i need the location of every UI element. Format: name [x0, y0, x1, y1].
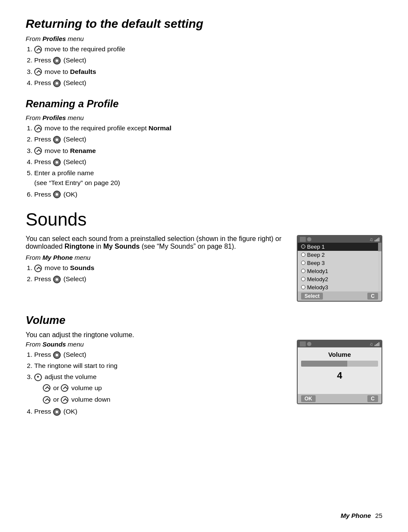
select-icon-7	[53, 351, 61, 359]
sounds-step-2: Press (Select)	[34, 274, 284, 284]
select-icon-2	[53, 79, 61, 87]
renaming-step-6: Press (OK)	[34, 189, 382, 199]
volume-screen-label: Volume	[301, 351, 378, 358]
sounds-phone-image: ♫ Beep 1	[297, 235, 382, 302]
volume-phone-screen: ♫ Volume 4	[297, 340, 382, 404]
volume-step-1: Press (Select)	[34, 350, 284, 359]
volume-desc: You can adjust the ringtone volume.	[26, 331, 284, 339]
returning-step-3: move to Defaults	[34, 67, 382, 76]
phone-item-melody2: Melody2	[298, 275, 378, 283]
select-icon-3	[53, 136, 61, 144]
volume-step-4: Press (OK)	[34, 406, 284, 416]
select-icon-1	[53, 57, 61, 65]
volume-phone-image: ♫ Volume 4	[297, 331, 382, 404]
returning-step-4: Press (Select)	[34, 78, 382, 88]
nav-icon-1	[34, 46, 42, 53]
nav-icon-up2	[61, 384, 68, 392]
phone-content-wrapper: Beep 1 Beep 2 Beep 3 Melody1	[298, 243, 381, 291]
returning-section: Returning to the default setting From Pr…	[26, 17, 382, 88]
vol-signal-icon	[375, 342, 379, 346]
music-icon: ♫	[370, 237, 373, 242]
vol-c-button[interactable]: C	[367, 395, 378, 402]
select-icon-5	[53, 191, 61, 198]
volume-bar-fill	[301, 361, 347, 367]
volume-number: 4	[301, 370, 378, 381]
volume-phone-footer: OK C	[298, 394, 381, 403]
renaming-step-4: Press (Select)	[34, 157, 382, 167]
phone-item-melody1: Melody1	[298, 267, 378, 275]
volume-phone-content: Volume 4	[298, 347, 381, 394]
returning-steps: move to the required profile Press (Sele…	[34, 44, 382, 88]
select-icon-6	[53, 276, 61, 283]
sounds-steps: move to Sounds Press (Select)	[34, 263, 284, 284]
volume-phone-header: ♫	[298, 341, 381, 347]
radio-melody1	[301, 269, 305, 273]
select-icon-4	[53, 159, 61, 166]
signal-icon	[375, 237, 379, 241]
returning-from-line: From Profiles menu	[26, 35, 382, 42]
header-icons: ♫	[370, 237, 379, 242]
radio-beep1	[301, 244, 305, 249]
volume-from-line: From Sounds menu	[26, 341, 284, 348]
nav-icon-5	[34, 265, 42, 272]
renaming-title: Renaming a Profile	[26, 98, 382, 110]
sounds-from-line: From My Phone menu	[26, 254, 284, 261]
vol-header-circle	[307, 342, 311, 346]
renaming-from-line: From Profiles menu	[26, 114, 382, 121]
nav-icon-3	[34, 125, 42, 132]
phone-scrollbar	[378, 243, 381, 291]
renaming-step-2: Press (Select)	[34, 134, 382, 144]
nav-icon-down1	[43, 396, 50, 404]
volume-up-item: or volume up	[43, 383, 284, 394]
volume-steps: Press (Select) The ringtone will start t…	[34, 350, 284, 417]
select-icon-8	[53, 408, 61, 416]
header-rect-icon	[300, 237, 306, 242]
phone-item-melody3: Melody3	[298, 283, 378, 291]
phone-item-beep1: Beep 1	[298, 243, 378, 251]
renaming-section: Renaming a Profile From Profiles menu mo…	[26, 98, 382, 199]
select-button[interactable]: Select	[301, 293, 323, 300]
vol-header-rect	[300, 341, 306, 347]
volume-layout: You can adjust the ringtone volume. From…	[26, 331, 382, 421]
radio-melody2	[301, 277, 305, 281]
returning-step-2: Press (Select)	[34, 55, 382, 65]
nav-icon-2	[34, 68, 42, 76]
scroll-thumb	[378, 243, 381, 251]
sounds-section: Sounds You can select each sound from a …	[26, 209, 382, 302]
radio-beep2	[301, 253, 305, 257]
volume-step-2: The ringtone will start to ring	[34, 361, 284, 370]
returning-title: Returning to the default setting	[26, 17, 382, 31]
page-footer: My Phone 25	[340, 512, 382, 519]
sounds-text: You can select each sound from a preinst…	[26, 235, 284, 288]
sounds-title: Sounds	[26, 209, 382, 230]
returning-step-1: move to the required profile	[34, 44, 382, 54]
phone-items-list: Beep 1 Beep 2 Beep 3 Melody1	[298, 243, 378, 291]
ok-button[interactable]: OK	[301, 395, 316, 402]
sounds-phone-screen: ♫ Beep 1	[297, 235, 382, 302]
sounds-layout: You can select each sound from a preinst…	[26, 235, 382, 302]
c-button[interactable]: C	[367, 293, 378, 300]
volume-text: You can adjust the ringtone volume. From…	[26, 331, 284, 421]
phone-footer: Select C	[298, 291, 381, 301]
nav-icon-4	[34, 147, 42, 155]
radio-melody3	[301, 285, 305, 289]
phone-item-beep3: Beep 3	[298, 259, 378, 267]
renaming-step-5: Enter a profile name (see “Text Entry” o…	[34, 168, 382, 188]
adjust-icon	[34, 373, 42, 381]
volume-section: Volume You can adjust the ringtone volum…	[26, 314, 382, 421]
nav-icon-up1	[43, 384, 50, 392]
vol-music-icon: ♫	[370, 341, 373, 347]
renaming-step-3: move to Rename	[34, 146, 382, 156]
nav-icon-down2	[61, 396, 68, 404]
sounds-step-1: move to Sounds	[34, 263, 284, 273]
footer-section-label: My Phone	[340, 512, 371, 519]
volume-down-item: or volume down	[43, 394, 284, 405]
volume-spacer	[301, 384, 378, 391]
footer-page-number: 25	[375, 512, 382, 519]
radio-beep3	[301, 261, 305, 265]
vol-header-icons: ♫	[370, 341, 379, 347]
renaming-step-1: move to the required profile except Norm…	[34, 123, 382, 133]
phone-header: ♫	[298, 236, 381, 243]
volume-sub-list: or volume up or volume down	[43, 383, 284, 406]
header-circle-icon	[307, 237, 311, 241]
